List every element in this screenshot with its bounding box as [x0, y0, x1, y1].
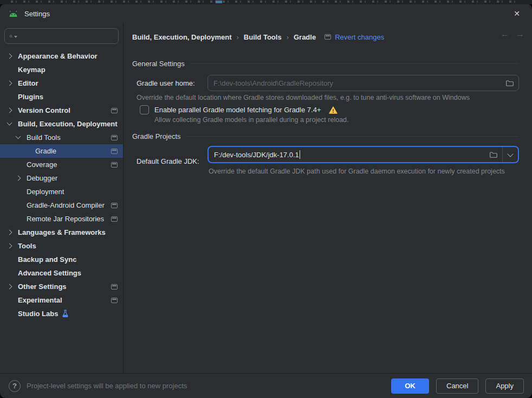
- breadcrumb: Build, Execution, Deployment›Build Tools…: [132, 33, 316, 41]
- sidebar-item-label: Tools: [18, 242, 36, 250]
- window-title: Settings: [24, 10, 50, 18]
- breadcrumb-separator: ›: [287, 33, 289, 41]
- modified-settings-icon: [111, 298, 118, 303]
- sidebar-item-label: Experimental: [18, 296, 62, 304]
- history-navigation: ← →: [501, 29, 524, 39]
- search-input[interactable]: [18, 32, 114, 40]
- sidebar-item-label: Languages & Frameworks: [18, 228, 106, 236]
- sidebar-item-plugins[interactable]: Plugins: [0, 90, 123, 104]
- sidebar-item-label: Gradle: [35, 147, 56, 155]
- sidebar-item-build-tools[interactable]: Build Tools: [0, 131, 123, 144]
- parallel-fetch-help: Allow collecting Gradle models in parall…: [154, 116, 519, 124]
- chevron-down-icon[interactable]: [14, 133, 23, 142]
- apply-button[interactable]: Apply: [485, 378, 524, 394]
- sidebar-item-label: Other Settings: [18, 283, 67, 291]
- dropdown-chevron-icon[interactable]: [503, 147, 518, 162]
- ok-button[interactable]: OK: [391, 378, 429, 394]
- chevron-right-icon[interactable]: [14, 174, 23, 183]
- revert-changes-label: Revert changes: [335, 33, 384, 41]
- sidebar-item-version-control[interactable]: Version Control: [0, 104, 123, 117]
- chevron-right-icon[interactable]: [5, 283, 14, 291]
- close-icon[interactable]: ✕: [509, 6, 524, 21]
- breadcrumb-item-build-execution-deployment[interactable]: Build, Execution, Deployment: [132, 33, 231, 41]
- back-arrow-icon[interactable]: ←: [501, 29, 509, 39]
- section-divider: [190, 63, 519, 64]
- chevron-spacer: [14, 161, 23, 169]
- background-window-sliver: [0, 0, 532, 4]
- sidebar-item-coverage[interactable]: Coverage: [0, 158, 123, 171]
- cancel-button[interactable]: Cancel: [436, 378, 478, 394]
- sidebar-item-keymap[interactable]: Keymap: [0, 63, 123, 76]
- chevron-right-icon[interactable]: [5, 52, 14, 61]
- default-gradle-jdk-label: Default Gradle JDK:: [132, 157, 207, 165]
- sidebar-item-label: Plugins: [18, 93, 43, 101]
- breadcrumb-item-gradle[interactable]: Gradle: [294, 33, 316, 41]
- breadcrumb-item-build-tools[interactable]: Build Tools: [244, 33, 282, 41]
- sidebar-item-remote-jar-repositories[interactable]: Remote Jar Repositories: [0, 212, 123, 226]
- modified-settings-icon: [111, 135, 118, 140]
- sidebar-item-deployment[interactable]: Deployment: [0, 185, 123, 198]
- sidebar-item-editor[interactable]: Editor: [0, 76, 123, 90]
- revert-changes-link[interactable]: Revert changes: [325, 33, 384, 41]
- browse-folder-icon[interactable]: [500, 75, 518, 91]
- help-icon[interactable]: ?: [9, 380, 21, 392]
- warning-icon: [329, 106, 338, 114]
- revert-icon: [325, 34, 331, 40]
- sidebar-item-gradle-android-compiler[interactable]: Gradle-Android Compiler: [0, 198, 123, 212]
- chevron-down-icon[interactable]: [5, 120, 14, 129]
- sidebar-item-label: Gradle-Android Compiler: [27, 201, 105, 209]
- sidebar-item-languages-frameworks[interactable]: Languages & Frameworks: [0, 226, 123, 239]
- chevron-spacer: [23, 147, 31, 156]
- search-box[interactable]: [4, 28, 119, 44]
- parallel-fetch-label[interactable]: Enable parallel Gradle model fetching fo…: [154, 106, 321, 114]
- chevron-spacer: [5, 255, 14, 264]
- chevron-right-icon[interactable]: [5, 106, 14, 115]
- chevron-spacer: [14, 215, 23, 223]
- sidebar-item-label: Coverage: [27, 161, 57, 169]
- modified-settings-icon: [111, 149, 118, 154]
- sidebar-item-debugger[interactable]: Debugger: [0, 171, 123, 185]
- gradle-user-home-field[interactable]: [207, 75, 519, 91]
- flask-icon: [62, 310, 69, 318]
- modified-settings-icon: [111, 203, 118, 208]
- sidebar-item-other-settings[interactable]: Other Settings: [0, 280, 123, 293]
- sidebar-item-gradle[interactable]: Gradle: [0, 144, 123, 158]
- chevron-spacer: [5, 310, 14, 318]
- text-caret: [300, 150, 300, 159]
- sidebar-item-label: Studio Labs: [18, 310, 58, 318]
- sidebar-item-tools[interactable]: Tools: [0, 239, 123, 253]
- sidebar-item-studio-labs[interactable]: Studio Labs: [0, 307, 123, 320]
- gradle-user-home-input[interactable]: [208, 79, 500, 87]
- breadcrumb-separator: ›: [236, 33, 238, 41]
- forward-arrow-icon[interactable]: →: [516, 29, 524, 39]
- sidebar-item-experimental[interactable]: Experimental: [0, 293, 123, 307]
- search-filter-caret-icon[interactable]: [14, 36, 17, 38]
- chevron-spacer: [5, 269, 14, 278]
- breadcrumb-bar: Build, Execution, Deployment›Build Tools…: [124, 23, 532, 48]
- default-gradle-jdk-value-area[interactable]: F:/dev-tools/JDK/jdk-17.0.1: [209, 150, 484, 159]
- sidebar-item-advanced-settings[interactable]: Advanced Settings: [0, 266, 123, 280]
- modified-settings-icon: [111, 216, 118, 222]
- sidebar-item-backup-and-sync[interactable]: Backup and Sync: [0, 253, 123, 266]
- parallel-fetch-checkbox[interactable]: [140, 105, 149, 114]
- gradle-settings-content: General Settings Gradle user home:: [124, 48, 532, 175]
- parallel-fetch-row: Enable parallel Gradle model fetching fo…: [140, 105, 519, 114]
- default-gradle-jdk-help: Override the default Gradle JDK path use…: [207, 168, 519, 175]
- default-gradle-jdk-row: Default Gradle JDK: F:/dev-tools/JDK/jdk…: [132, 146, 519, 163]
- sidebar-item-label: Keymap: [18, 66, 46, 74]
- general-settings-section-header: General Settings: [132, 60, 519, 68]
- sidebar-item-appearance-behavior[interactable]: Appearance & Behavior: [0, 49, 123, 63]
- browse-folder-icon[interactable]: [484, 147, 502, 162]
- dialog-footer: ? Project-level settings will be applied…: [0, 373, 532, 398]
- sidebar-item-build-execution-deployment[interactable]: Build, Execution, Deployment: [0, 117, 123, 131]
- gradle-projects-section-header: Gradle Projects: [132, 132, 519, 140]
- default-gradle-jdk-combobox[interactable]: F:/dev-tools/JDK/jdk-17.0.1: [207, 146, 519, 163]
- settings-tree: Appearance & BehaviorKeymapEditorPlugins…: [0, 48, 123, 373]
- chevron-right-icon[interactable]: [5, 79, 14, 88]
- chevron-right-icon[interactable]: [5, 242, 14, 251]
- modified-settings-icon: [111, 108, 118, 113]
- section-title: General Settings: [132, 60, 185, 68]
- settings-main-panel: Build, Execution, Deployment›Build Tools…: [124, 23, 532, 373]
- chevron-right-icon[interactable]: [5, 228, 14, 237]
- dialog-body: Appearance & BehaviorKeymapEditorPlugins…: [0, 23, 532, 373]
